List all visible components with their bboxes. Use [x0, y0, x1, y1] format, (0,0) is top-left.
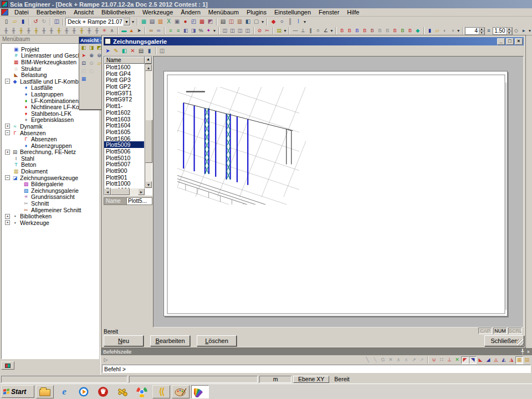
menu-ansicht[interactable]: Ansicht	[70, 8, 98, 16]
project-combo[interactable]: Deck + Rampe 21.07▼	[65, 18, 131, 26]
wheel-icon[interactable]: ●	[181, 18, 190, 26]
stop-hand-icon[interactable]	[94, 385, 112, 398]
cols-icon[interactable]: ║	[286, 18, 294, 26]
printer-icon[interactable]: ▤	[148, 18, 156, 26]
printg-icon[interactable]: ▤	[137, 47, 145, 55]
dropdown-arrow-icon[interactable]: ▼	[456, 29, 461, 33]
scia-engineer-task-icon[interactable]	[191, 385, 209, 398]
tree-item-absenzgruppen[interactable]: ♦Absenzgruppen	[3, 142, 99, 149]
m8-icon[interactable]: ╫	[55, 27, 63, 35]
drawing-canvas[interactable]	[153, 56, 524, 328]
tree-item-zeichnungswerkzeuge[interactable]: −◪Zeichnungswerkzeuge	[3, 175, 99, 181]
b8-icon[interactable]: B	[391, 27, 399, 35]
note-icon[interactable]: ▤	[275, 27, 283, 35]
prewin-icon[interactable]: ◫	[158, 47, 166, 55]
gridc-icon[interactable]: ▦	[80, 75, 88, 83]
tree-item-bildergalerie[interactable]: ▨Bildergalerie	[3, 181, 99, 187]
expand-icon[interactable]: +	[5, 150, 10, 155]
wand-icon[interactable]: ✦	[204, 27, 212, 35]
pct-icon[interactable]: %	[197, 27, 205, 35]
cp2-icon[interactable]: ◨	[190, 27, 197, 35]
plane-toggle[interactable]: Ebene XY	[293, 376, 329, 383]
menu-ändern[interactable]: Ändern	[177, 8, 204, 16]
new-icon[interactable]: ▯	[2, 18, 11, 26]
plot-item[interactable]: Plott1605	[104, 129, 144, 135]
preview-icon[interactable]: ◫	[227, 18, 236, 26]
w4-icon[interactable]: ◫	[244, 27, 252, 35]
magnet-icon[interactable]: ∪	[430, 356, 438, 364]
m12-icon[interactable]: ╫	[85, 27, 93, 35]
b10-icon[interactable]: B	[406, 27, 414, 35]
count_value-spinner[interactable]: 4▲▼	[465, 27, 485, 35]
book2-icon[interactable]: ▥	[236, 18, 244, 26]
t1-icon[interactable]: ∧	[395, 356, 402, 364]
pll-icon[interactable]: ∥	[307, 27, 315, 35]
media-player-icon[interactable]	[75, 385, 93, 398]
tree-item-stahlbeton-lfk[interactable]: ♦Stahlbeton-LFK	[3, 110, 99, 117]
saveall-icon[interactable]: ▮	[145, 47, 154, 55]
sn3-icon[interactable]: ◣	[477, 356, 484, 364]
plot-item[interactable]: Plott5009	[104, 141, 144, 148]
open2-icon[interactable]: ▱	[433, 27, 441, 35]
plot-item[interactable]: Plott1000	[104, 180, 144, 187]
zgray-icon[interactable]: ⊙	[88, 59, 95, 67]
vertical-scrollbar[interactable]: ▲ ▼	[145, 64, 152, 188]
b6-icon[interactable]: B	[376, 27, 384, 35]
scrollbar-thumb[interactable]	[145, 120, 152, 163]
gb-icon[interactable]: ◱	[88, 67, 95, 75]
ga-icon[interactable]: ◰	[80, 67, 88, 75]
plot-item[interactable]: Plott5006	[104, 148, 144, 155]
scrollbar-thumb-h[interactable]	[111, 188, 130, 195]
perp-icon[interactable]: ⊥	[299, 27, 307, 35]
ne2-icon[interactable]: ↗	[418, 356, 426, 364]
goto-icon[interactable]: ➤	[104, 47, 112, 55]
dropdown-arrow-icon[interactable]: ▼	[212, 29, 217, 33]
scroll-left-icon[interactable]: ◄	[104, 188, 111, 195]
m13-icon[interactable]: ╫	[93, 27, 101, 35]
dropdown-arrow-icon[interactable]: ▼	[330, 29, 334, 33]
t2-icon[interactable]: ∧	[402, 356, 410, 364]
tree-item-bibliotheken[interactable]: +▪Bibliotheken	[3, 213, 99, 219]
save-icon[interactable]: ▮	[19, 18, 27, 26]
bucket-icon[interactable]: ◆	[269, 18, 278, 26]
minimize-button[interactable]: _	[497, 38, 505, 45]
menu-bearbeiten[interactable]: Bearbeiten	[33, 8, 70, 16]
book-icon[interactable]: ▥	[156, 18, 165, 26]
undo-icon[interactable]: ↺	[32, 18, 40, 26]
dropdown-arrow-icon[interactable]: ▼	[283, 29, 287, 33]
plot-item[interactable]: Plott GP2	[104, 83, 144, 90]
w1-icon[interactable]: ◫	[221, 27, 229, 35]
st2-icon[interactable]: ≡	[175, 27, 182, 35]
st1-icon[interactable]: ≡	[167, 27, 175, 35]
cut-icon[interactable]: ✂	[263, 27, 271, 35]
b2-icon[interactable]: B	[346, 27, 354, 35]
plot-item[interactable]: Plott GP3	[104, 76, 144, 83]
edit-button[interactable]: Bearbeiten	[150, 335, 190, 346]
plot-item[interactable]: Plott1600	[104, 64, 144, 70]
sn7-icon[interactable]: ◮	[508, 356, 515, 364]
save2-icon[interactable]: ▮	[426, 27, 434, 35]
pin-icon[interactable]: ╀	[521, 349, 524, 355]
tag-icon[interactable]: ▸	[520, 27, 528, 35]
app-titlebar[interactable]: Scia Engineer - [Deck + Rampe 21.07.12-2…	[0, 0, 532, 8]
start-button[interactable]: Start	[1, 385, 34, 398]
dlg-icon[interactable]: ◰	[190, 18, 198, 26]
b7-icon[interactable]: B	[383, 27, 391, 35]
m4-icon[interactable]: ╫	[25, 27, 33, 35]
menu-fenster[interactable]: Fenster	[315, 8, 343, 16]
cp1-icon[interactable]: ◧	[182, 27, 190, 35]
new-button[interactable]: Neu	[104, 335, 144, 346]
plot-item[interactable]: PlottG9T1	[104, 90, 144, 96]
folder-icon[interactable]	[36, 385, 54, 398]
menu-einstellungen[interactable]: Einstellungen	[270, 8, 315, 16]
gallery-titlebar[interactable]: Zeichnungsgalerie _ □ ×	[104, 37, 524, 45]
magnify-icon[interactable]: ○	[278, 18, 286, 26]
zin-icon[interactable]: ⊕	[88, 52, 95, 59]
grid-red-icon[interactable]: ▦	[198, 18, 206, 26]
tbeam-icon[interactable]: ▬	[120, 27, 128, 35]
scroll-up-icon[interactable]: ▲	[145, 64, 152, 71]
close-button[interactable]: ×	[515, 38, 523, 45]
arrred-icon[interactable]: ➤	[80, 52, 88, 59]
menu-hilfe[interactable]: Hilfe	[343, 8, 363, 16]
m10-icon[interactable]: ╫	[70, 27, 78, 35]
